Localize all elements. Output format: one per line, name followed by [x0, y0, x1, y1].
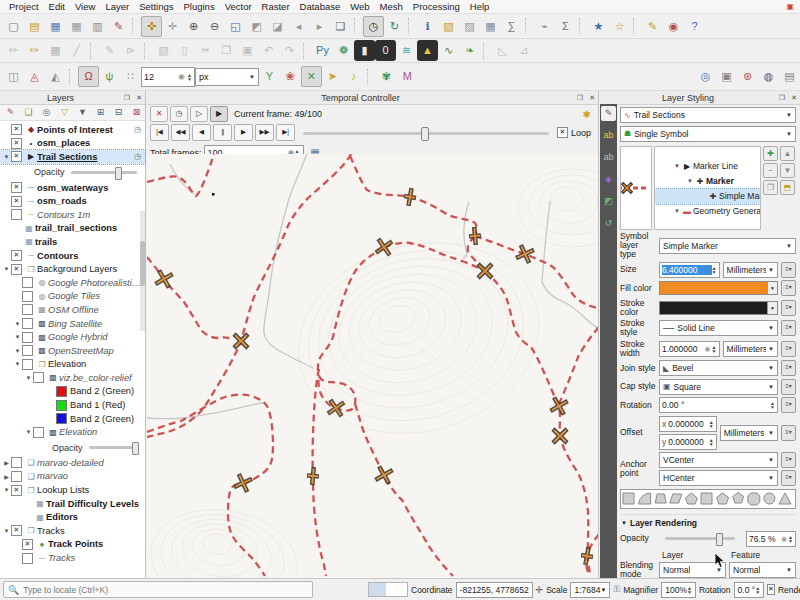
- grass-tools-icon[interactable]: ❁: [333, 40, 354, 61]
- identify-features-icon[interactable]: ℹ: [417, 16, 438, 37]
- layer-item-osm-places[interactable]: ✕•osm_places: [0, 137, 145, 151]
- statistical-summary-icon[interactable]: Σ: [555, 16, 576, 37]
- layer-item-marvao-detailed[interactable]: ▶❏marvao-detailed: [0, 456, 145, 470]
- undock-icon[interactable]: ❐: [776, 94, 788, 102]
- opacity-input[interactable]: 76.5 %◉▲▼: [746, 531, 796, 547]
- menu-project[interactable]: Project: [4, 1, 44, 12]
- expander-icon[interactable]: ▼: [13, 348, 22, 354]
- snapping-intersection-icon[interactable]: ❀: [280, 66, 301, 87]
- snapping-self-icon[interactable]: ∷: [120, 66, 141, 87]
- open-attribute-table-icon[interactable]: ▦: [480, 16, 501, 37]
- modify-attributes-icon[interactable]: ▧: [153, 40, 174, 61]
- marker-shape-option-0[interactable]: [623, 493, 634, 504]
- symbol-tree-item-simple-marker[interactable]: ✚Simple Marker: [655, 189, 760, 204]
- marker-shape-option-1[interactable]: [639, 493, 651, 504]
- refresh-map-icon[interactable]: ↻: [384, 16, 405, 37]
- marker-shape-option-10[interactable]: [779, 493, 791, 504]
- show-bookmarks-icon[interactable]: ☆: [609, 16, 630, 37]
- anchor-vcenter-combo[interactable]: VCenter▼: [659, 452, 778, 468]
- processing-toolbox-icon[interactable]: ✾: [376, 66, 397, 87]
- pan-map-icon[interactable]: ✜: [141, 16, 162, 37]
- annotation-tool-icon[interactable]: ✎: [642, 16, 663, 37]
- cad-construction-icon[interactable]: ⊿: [513, 40, 534, 61]
- move-down-button[interactable]: ▼: [780, 163, 795, 178]
- expander-icon[interactable]: ▼: [24, 375, 33, 381]
- fill-color-swatch[interactable]: ▼: [659, 281, 778, 295]
- close-icon[interactable]: ✕: [133, 94, 145, 102]
- layer-item-google-tiles[interactable]: ◍Google Tiles: [0, 290, 145, 304]
- layer-item-google-photorealistic-3d-tiles[interactable]: ◍Google Photorealistic 3D Tiles: [0, 276, 145, 290]
- temporal-settings-icon[interactable]: ✱: [583, 109, 591, 120]
- offset-override-button[interactable]: ≡▾: [781, 425, 796, 441]
- snapping-units-combo[interactable]: px▼: [195, 68, 259, 86]
- menu-edit[interactable]: Edit: [44, 1, 70, 12]
- snapping-toggle-icon[interactable]: Ω: [78, 66, 99, 87]
- layer-item-contours-1m[interactable]: ─Contours 1m: [0, 208, 145, 222]
- zoom-last-icon[interactable]: ◂: [288, 16, 309, 37]
- extents-icon[interactable]: ✛: [536, 585, 544, 595]
- move-feature-icon[interactable]: ◫: [3, 66, 24, 87]
- menu-web[interactable]: Web: [345, 1, 374, 12]
- layer-visibility-checkbox[interactable]: [22, 304, 33, 315]
- plugin-terrain-icon[interactable]: ▲: [417, 40, 438, 61]
- scale-feature-icon[interactable]: ◭: [45, 66, 66, 87]
- tab-diagrams-icon[interactable]: ◩: [601, 194, 616, 209]
- python-console-icon[interactable]: Py: [312, 40, 333, 61]
- symbol-layer-type-combo[interactable]: Simple Marker▼: [659, 238, 796, 254]
- coordinate-input[interactable]: -821255, 4778652: [456, 582, 533, 598]
- marker-shape-option-4[interactable]: [685, 493, 697, 504]
- marker-shape-gallery[interactable]: [620, 489, 796, 509]
- transport-1[interactable]: ◀◀: [171, 124, 190, 141]
- temporal-controller-panel-icon[interactable]: ◷: [363, 16, 384, 37]
- new-map-view-icon[interactable]: ❏: [330, 16, 351, 37]
- lock-scale-icon[interactable]: ⚿: [613, 584, 620, 595]
- topological-editing-icon[interactable]: Y: [259, 66, 280, 87]
- expander-icon[interactable]: ▶: [2, 473, 11, 480]
- menu-layer[interactable]: Layer: [100, 1, 134, 12]
- filter-by-expression-icon[interactable]: ▼: [74, 105, 91, 120]
- open-layer-styling-icon[interactable]: ✎: [2, 105, 19, 120]
- anchor-h-override-button[interactable]: ≡▾: [781, 470, 796, 486]
- expander-icon[interactable]: ▼: [2, 487, 11, 493]
- layer-visibility-checkbox[interactable]: [22, 359, 33, 370]
- paste-features-icon[interactable]: ▣: [237, 40, 258, 61]
- marker-shape-option-8[interactable]: [748, 493, 760, 505]
- map-canvas[interactable]: [147, 154, 599, 578]
- menu-help[interactable]: Help: [465, 1, 495, 12]
- data-source-manager-icon[interactable]: ▤: [779, 66, 800, 87]
- layer-item-trails[interactable]: ▦trails: [0, 235, 145, 249]
- tab-symbology-icon[interactable]: ✎: [601, 106, 616, 121]
- temporal-movie-button[interactable]: ▶: [210, 106, 228, 122]
- zoom-full-icon[interactable]: ◱: [225, 16, 246, 37]
- expander-icon[interactable]: ▼: [13, 334, 22, 340]
- blend-layer-combo[interactable]: Normal▼: [659, 562, 726, 578]
- remove-symbol-layer-button[interactable]: −: [763, 163, 778, 178]
- anchor-hcenter-combo[interactable]: HCenter▼: [659, 470, 778, 486]
- deselect-features-icon[interactable]: ▨: [459, 16, 480, 37]
- layer-item-editors[interactable]: ▦Editors: [0, 510, 145, 524]
- add-symbol-layer-button[interactable]: ✚: [763, 146, 778, 161]
- zoom-to-layer-icon[interactable]: ◪: [267, 16, 288, 37]
- plugin-leaf-icon[interactable]: ❧: [459, 40, 480, 61]
- layer-visibility-checkbox[interactable]: [22, 345, 33, 356]
- menu-database[interactable]: Database: [295, 1, 346, 12]
- georeferencer-icon[interactable]: ⊛: [737, 66, 758, 87]
- loop-checkbox[interactable]: ✕: [557, 127, 568, 138]
- layer-item-google-hybrid[interactable]: ▼▩Google Hybrid: [0, 330, 145, 344]
- tab-3d-view-icon[interactable]: ◈: [601, 172, 616, 187]
- layer-visibility-checkbox[interactable]: ✕: [11, 124, 22, 135]
- opacity-slider[interactable]: [89, 446, 137, 449]
- layer-visibility-checkbox[interactable]: [33, 427, 44, 438]
- project-new-icon[interactable]: ▢: [3, 16, 24, 37]
- styling-layer-combo[interactable]: ∿ Trail Sections▼: [620, 107, 796, 123]
- layer-visibility-checkbox[interactable]: [11, 457, 22, 468]
- save-layer-edits-icon[interactable]: ▦: [45, 40, 66, 61]
- layer-rendering-header[interactable]: ▼ Layer Rendering: [621, 514, 796, 528]
- project-save-icon[interactable]: ▦: [45, 16, 66, 37]
- size-input[interactable]: 6.400000▲▼: [659, 262, 720, 278]
- stroke-width-unit-combo[interactable]: Millimeters▼: [723, 341, 778, 357]
- renderer-combo[interactable]: ☗ Single Symbol▼: [620, 126, 796, 142]
- marker-shape-option-2[interactable]: [655, 494, 666, 503]
- digitize-line-icon[interactable]: ╱: [66, 40, 87, 61]
- blend-feature-combo[interactable]: Normal▼: [729, 562, 796, 578]
